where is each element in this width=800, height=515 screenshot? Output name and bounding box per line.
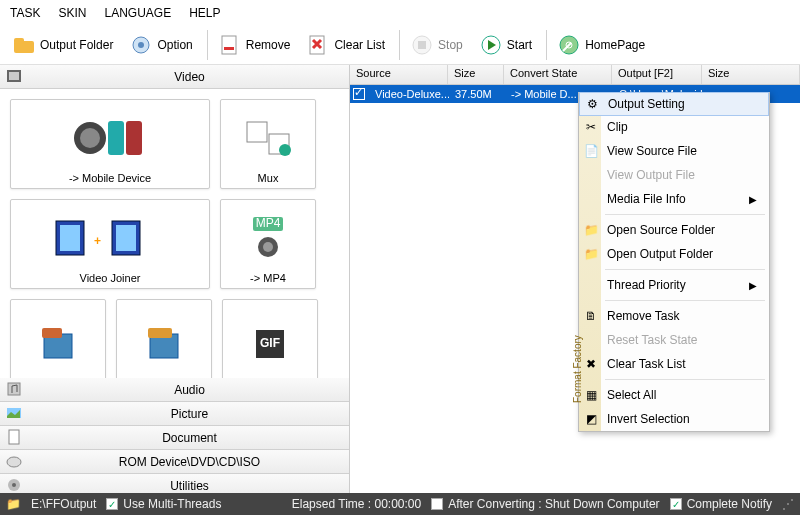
menu-reset-task-label: Reset Task State bbox=[607, 333, 698, 347]
globe-icon bbox=[557, 33, 581, 57]
row-source: Video-Deluxe... bbox=[369, 87, 449, 101]
gif-icon: GIF bbox=[250, 304, 290, 378]
tile-mux[interactable]: Mux bbox=[220, 99, 316, 189]
toolbar: Output Folder Option Remove Clear List S… bbox=[0, 26, 800, 65]
tile-mux-label: Mux bbox=[258, 172, 279, 184]
complete-notify-toggle[interactable]: ✓Complete Notify bbox=[670, 497, 772, 511]
homepage-button[interactable]: HomePage bbox=[551, 31, 651, 59]
menu-media-info[interactable]: Media File Info▶ bbox=[579, 187, 769, 211]
menu-output-setting[interactable]: ⚙Output Setting bbox=[579, 92, 769, 116]
chevron-right-icon: ▶ bbox=[749, 280, 757, 291]
checkbox-icon: ✓ bbox=[670, 498, 682, 510]
stop-label: Stop bbox=[438, 38, 463, 52]
menu-open-output-folder[interactable]: 📁Open Output Folder bbox=[579, 242, 769, 266]
menu-view-source-label: View Source File bbox=[607, 144, 697, 158]
left-panel: Video -> Mobile Device Mux + Video Joine… bbox=[0, 65, 350, 498]
task-list-header: Source Size Convert State Output [F2] Si… bbox=[350, 65, 800, 85]
menu-separator bbox=[605, 269, 765, 270]
category-audio[interactable]: Audio bbox=[0, 378, 349, 402]
svg-rect-31 bbox=[42, 328, 62, 338]
menu-remove-task[interactable]: 🗎Remove Task bbox=[579, 304, 769, 328]
svg-rect-36 bbox=[8, 383, 20, 395]
tile-mp4-label: -> MP4 bbox=[250, 272, 286, 284]
separator bbox=[399, 30, 400, 60]
stop-button[interactable]: Stop bbox=[404, 31, 469, 59]
category-utilities-label: Utilities bbox=[30, 479, 349, 493]
svg-point-41 bbox=[12, 483, 16, 487]
option-button[interactable]: Option bbox=[123, 31, 198, 59]
menu-help[interactable]: HELP bbox=[189, 6, 220, 20]
audio-icon bbox=[6, 381, 24, 399]
output-folder-button[interactable]: Output Folder bbox=[6, 31, 119, 59]
joiner-icon: + bbox=[50, 204, 170, 272]
category-document[interactable]: Document bbox=[0, 426, 349, 450]
tile-gif[interactable]: GIF bbox=[222, 299, 318, 378]
file-icon bbox=[583, 167, 599, 183]
mobile-icon bbox=[70, 104, 150, 172]
menu-clear-task-list-label: Clear Task List bbox=[607, 357, 685, 371]
tile-mp4[interactable]: MP4 -> MP4 bbox=[220, 199, 316, 289]
col-convert[interactable]: Convert State bbox=[504, 65, 612, 84]
homepage-label: HomePage bbox=[585, 38, 645, 52]
status-output-path[interactable]: E:\FFOutput bbox=[31, 497, 96, 511]
row-checkbox[interactable] bbox=[353, 88, 365, 100]
col-output[interactable]: Output [F2] bbox=[612, 65, 702, 84]
checkbox-icon: ✓ bbox=[106, 498, 118, 510]
resize-grip-icon[interactable]: ⋰ bbox=[782, 497, 794, 511]
category-video[interactable]: Video bbox=[0, 65, 349, 89]
tile-video-joiner[interactable]: + Video Joiner bbox=[10, 199, 210, 289]
webm-icon bbox=[144, 304, 184, 378]
svg-rect-33 bbox=[148, 328, 172, 338]
menu-clip[interactable]: ✂Clip bbox=[579, 115, 769, 139]
invert-icon: ◩ bbox=[583, 411, 599, 427]
multi-threads-toggle[interactable]: ✓Use Multi-Threads bbox=[106, 497, 221, 511]
menu-invert-selection[interactable]: ◩Invert Selection bbox=[579, 407, 769, 431]
option-label: Option bbox=[157, 38, 192, 52]
menu-task[interactable]: TASK bbox=[10, 6, 40, 20]
complete-notify-label: Complete Notify bbox=[687, 497, 772, 511]
remove-button[interactable]: Remove bbox=[212, 31, 297, 59]
category-rom-label: ROM Device\DVD\CD\ISO bbox=[30, 455, 349, 469]
col-size[interactable]: Size bbox=[448, 65, 504, 84]
folder-icon bbox=[12, 33, 36, 57]
tile-mkv[interactable] bbox=[10, 299, 106, 378]
menu-select-all[interactable]: ▦Select All bbox=[579, 383, 769, 407]
col-size2[interactable]: Size bbox=[702, 65, 800, 84]
checkbox-icon: ✓ bbox=[431, 498, 443, 510]
clip-icon: ✂ bbox=[583, 119, 599, 135]
select-all-icon: ▦ bbox=[583, 387, 599, 403]
status-elapsed: Elapsed Time : 00:00:00 bbox=[292, 497, 421, 511]
menu-language[interactable]: LANGUAGE bbox=[104, 6, 171, 20]
menu-separator bbox=[605, 300, 765, 301]
svg-point-29 bbox=[263, 242, 273, 252]
settings-icon: ⚙ bbox=[584, 96, 600, 112]
menu-open-source-folder[interactable]: 📁Open Source Folder bbox=[579, 218, 769, 242]
menu-separator bbox=[605, 214, 765, 215]
after-converting-label: After Converting : Shut Down Computer bbox=[448, 497, 659, 511]
tile-mobile-label: -> Mobile Device bbox=[69, 172, 151, 184]
start-icon bbox=[479, 33, 503, 57]
col-source[interactable]: Source bbox=[350, 65, 448, 84]
video-icon bbox=[6, 68, 24, 86]
menu-view-source[interactable]: 📄View Source File bbox=[579, 139, 769, 163]
svg-point-20 bbox=[279, 144, 291, 156]
menu-clear-task-list[interactable]: ✖Clear Task List bbox=[579, 352, 769, 376]
utilities-icon bbox=[6, 477, 24, 495]
folder-icon: 📁 bbox=[6, 497, 21, 511]
tile-mobile-device[interactable]: -> Mobile Device bbox=[10, 99, 210, 189]
clear-list-button[interactable]: Clear List bbox=[300, 31, 391, 59]
menu-skin[interactable]: SKIN bbox=[58, 6, 86, 20]
category-rom[interactable]: ROM Device\DVD\CD\ISO bbox=[0, 450, 349, 474]
tile-webm[interactable] bbox=[116, 299, 212, 378]
category-picture[interactable]: Picture bbox=[0, 402, 349, 426]
start-button[interactable]: Start bbox=[473, 31, 538, 59]
menu-thread-priority[interactable]: Thread Priority▶ bbox=[579, 273, 769, 297]
category-picture-label: Picture bbox=[30, 407, 349, 421]
stop-icon bbox=[410, 33, 434, 57]
menu-output-setting-label: Output Setting bbox=[608, 97, 685, 111]
menu-open-source-folder-label: Open Source Folder bbox=[607, 223, 715, 237]
svg-rect-17 bbox=[126, 121, 142, 155]
menu-reset-task: Reset Task State bbox=[579, 328, 769, 352]
svg-rect-13 bbox=[9, 72, 19, 80]
after-converting-toggle[interactable]: ✓After Converting : Shut Down Computer bbox=[431, 497, 659, 511]
